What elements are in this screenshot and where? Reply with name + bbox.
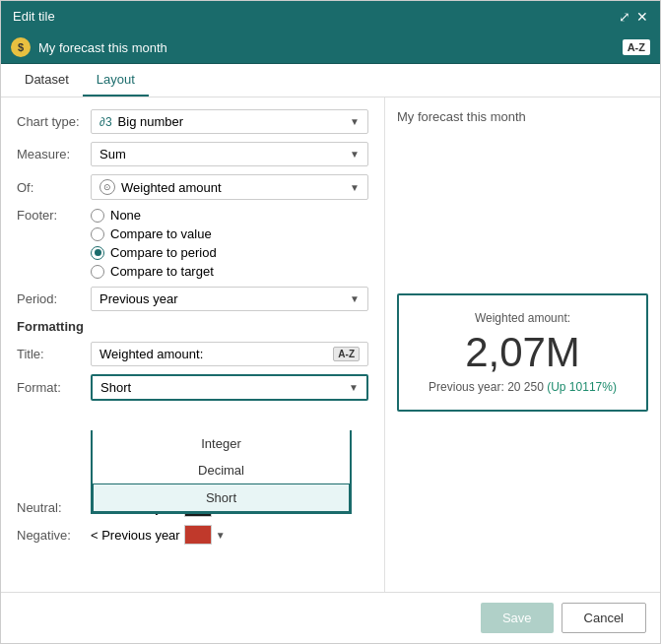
of-control: ⊙ Weighted amount ▼ xyxy=(91,174,368,200)
footer-none-row: None xyxy=(91,208,217,223)
chart-type-chevron-icon: ▼ xyxy=(350,116,360,127)
footer-compare-period-row: Compare to period xyxy=(91,245,217,260)
format-label: Format: xyxy=(17,380,91,395)
negative-value: < Previous year xyxy=(91,528,180,543)
maximize-icon[interactable]: ⤢ xyxy=(619,10,630,24)
modal-container: Edit tile ⤢ ✕ $ My forecast this month A… xyxy=(0,0,661,644)
preview-footer-up: (Up 10117%) xyxy=(547,380,617,394)
tile-name: My forecast this month xyxy=(38,40,615,55)
footer-compare-value-radio[interactable] xyxy=(91,227,104,241)
tab-dataset[interactable]: Dataset xyxy=(11,64,83,97)
of-value: Weighted amount xyxy=(121,180,222,195)
of-chevron-icon: ▼ xyxy=(350,182,360,193)
footer-options: None Compare to value Compare to period … xyxy=(91,208,217,279)
preview-footer-text: Previous year: 20 250 xyxy=(429,380,544,394)
content-area: Chart type: ∂3 Big number ▼ Measure: xyxy=(1,97,660,592)
of-label: Of: xyxy=(17,180,91,195)
format-chevron-icon: ▼ xyxy=(349,382,359,393)
format-option-integer[interactable]: Integer xyxy=(93,430,350,457)
negative-color-control: < Previous year ▼ xyxy=(91,525,368,545)
right-panel: My forecast this month Weighted amount: … xyxy=(385,97,660,592)
tile-icon: $ xyxy=(11,37,31,57)
modal-header: Edit tile ⤢ ✕ xyxy=(1,1,660,32)
preview-big-number: 2,07M xyxy=(465,329,580,376)
footer-none-label: None xyxy=(110,208,141,223)
left-panel: Chart type: ∂3 Big number ▼ Measure: xyxy=(1,97,385,592)
tab-layout[interactable]: Layout xyxy=(83,64,149,97)
footer-compare-value-row: Compare to value xyxy=(91,226,217,241)
footer-compare-target-label: Compare to target xyxy=(110,264,214,279)
period-select[interactable]: Previous year ▼ xyxy=(91,287,368,311)
preview-title: My forecast this month xyxy=(397,109,648,124)
format-row: Format: Short ▼ xyxy=(17,374,368,401)
title-value: Weighted amount: xyxy=(99,347,203,361)
footer-compare-period-label: Compare to period xyxy=(110,245,217,260)
format-title-row: Title: Weighted amount: A-Z xyxy=(17,342,368,366)
measure-select[interactable]: Sum ▼ xyxy=(91,142,368,166)
of-icon: ⊙ xyxy=(99,179,115,195)
chart-type-row: Chart type: ∂3 Big number ▼ xyxy=(17,109,368,134)
az-button[interactable]: A-Z xyxy=(623,39,650,55)
chart-type-value: Big number xyxy=(118,114,183,129)
format-option-short[interactable]: Short xyxy=(93,483,350,512)
chart-type-control: ∂3 Big number ▼ xyxy=(91,109,368,134)
of-select[interactable]: ⊙ Weighted amount ▼ xyxy=(91,174,368,200)
header-controls: ⤢ ✕ xyxy=(619,10,648,24)
preview-spacer-bottom xyxy=(397,419,648,581)
tabs-bar: Dataset Layout xyxy=(1,64,660,97)
title-label: Title: xyxy=(17,347,91,361)
footer-compare-value-label: Compare to value xyxy=(110,226,212,241)
preview-box: Weighted amount: 2,07M Previous year: 20… xyxy=(397,293,648,412)
footer-compare-target-radio[interactable] xyxy=(91,265,104,279)
preview-footer: Previous year: 20 250 (Up 10117%) xyxy=(429,380,617,394)
footer-buttons: Save Cancel xyxy=(1,592,660,643)
footer-compare-target-row: Compare to target xyxy=(91,264,217,279)
footer-compare-period-radio[interactable] xyxy=(91,246,104,260)
period-control: Previous year ▼ xyxy=(91,287,368,311)
cancel-button[interactable]: Cancel xyxy=(562,603,646,633)
footer-none-radio[interactable] xyxy=(91,209,104,223)
negative-label: Negative: xyxy=(17,528,91,543)
measure-control: Sum ▼ xyxy=(91,142,368,166)
chart-type-label: Chart type: xyxy=(17,114,91,129)
measure-chevron-icon: ▼ xyxy=(350,149,360,160)
negative-color-chevron-icon[interactable]: ▼ xyxy=(216,530,226,541)
formatting-section: Formatting Title: Weighted amount: A-Z F… xyxy=(17,319,368,545)
preview-spacer xyxy=(397,132,648,293)
formatting-title: Formatting xyxy=(17,319,368,334)
save-button[interactable]: Save xyxy=(481,603,554,633)
negative-row: Negative: < Previous year ▼ xyxy=(17,525,368,545)
of-row: Of: ⊙ Weighted amount ▼ xyxy=(17,174,368,200)
close-icon[interactable]: ✕ xyxy=(636,10,648,24)
footer-label: Footer: xyxy=(17,208,91,223)
format-value: Short xyxy=(100,380,131,395)
footer-row: Footer: None Compare to value Compare to… xyxy=(17,208,368,279)
period-row: Period: Previous year ▼ xyxy=(17,287,368,311)
chart-type-icon: ∂3 xyxy=(99,115,112,129)
measure-row: Measure: Sum ▼ xyxy=(17,142,368,166)
preview-measure-label: Weighted amount: xyxy=(475,311,570,325)
format-dropdown: Integer Decimal Short xyxy=(91,430,352,514)
negative-color-box[interactable] xyxy=(184,525,212,545)
format-select[interactable]: Short ▼ xyxy=(91,374,368,401)
period-chevron-icon: ▼ xyxy=(350,293,360,304)
measure-label: Measure: xyxy=(17,147,91,161)
title-az-button[interactable]: A-Z xyxy=(333,347,360,361)
modal-title: Edit tile xyxy=(13,9,55,24)
period-value: Previous year xyxy=(99,291,177,306)
chart-type-select[interactable]: ∂3 Big number ▼ xyxy=(91,109,368,134)
period-label: Period: xyxy=(17,291,91,306)
measure-value: Sum xyxy=(99,147,126,161)
format-option-decimal[interactable]: Decimal xyxy=(93,457,350,483)
neutral-label: Neutral: xyxy=(17,500,91,515)
title-input[interactable]: Weighted amount: A-Z xyxy=(91,342,368,366)
title-bar: $ My forecast this month A-Z xyxy=(1,32,660,64)
